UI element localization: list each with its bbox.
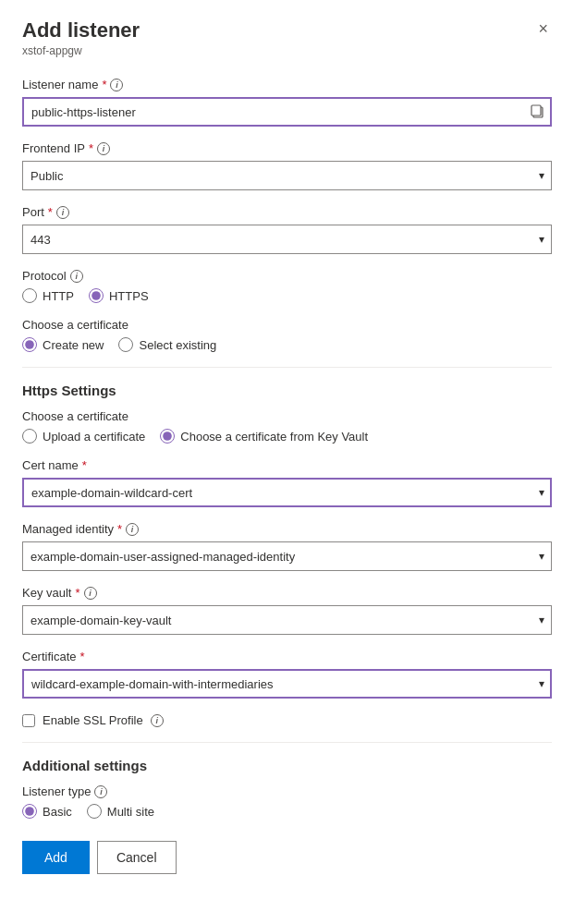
- managed-identity-info-icon[interactable]: i: [126, 523, 139, 536]
- keyvault-cert-label: Choose a certificate from Key Vault: [180, 430, 368, 444]
- managed-identity-select[interactable]: example-domain-user-assigned-managed-ide…: [22, 541, 552, 571]
- required-star-3: *: [48, 205, 53, 219]
- upload-cert-label: Upload a certificate: [43, 430, 145, 444]
- cert-choice-group: Choose a certificate Create new Select e…: [22, 318, 552, 352]
- protocol-label: Protocol i: [22, 269, 552, 283]
- keyvault-cert-option[interactable]: Choose a certificate from Key Vault: [160, 429, 368, 444]
- required-star-6: *: [75, 586, 79, 600]
- protocol-https-radio[interactable]: [89, 288, 104, 303]
- key-vault-group: Key vault * i example-domain-key-vault ▾: [22, 586, 552, 635]
- managed-identity-select-wrapper: example-domain-user-assigned-managed-ide…: [22, 541, 552, 571]
- protocol-http-label: HTTP: [43, 289, 74, 303]
- listener-type-radio-group: Basic Multi site: [22, 804, 552, 819]
- port-select-wrapper: 443 80 ▾: [22, 225, 552, 254]
- section-divider-2: [22, 742, 552, 743]
- port-group: Port * i 443 80 ▾: [22, 205, 552, 254]
- frontend-ip-select-wrapper: Public Private ▾: [22, 161, 552, 190]
- key-vault-label: Key vault * i: [22, 586, 552, 600]
- https-cert-source-label: Choose a certificate: [22, 409, 552, 423]
- ssl-profile-row: Enable SSL Profile i: [22, 713, 552, 727]
- certificate-select-wrapper: wildcard-example-domain-with-intermediar…: [22, 669, 552, 699]
- listener-name-label: Listener name * i: [22, 78, 552, 91]
- listener-type-basic-radio[interactable]: [22, 804, 37, 819]
- listener-type-multisite-label: Multi site: [107, 805, 154, 819]
- listener-type-basic-option[interactable]: Basic: [22, 804, 72, 819]
- port-label: Port * i: [22, 205, 552, 219]
- header-text: Add listener xstof-appgw: [22, 18, 140, 74]
- protocol-https-label: HTTPS: [109, 289, 149, 303]
- listener-type-label: Listener type i: [22, 784, 552, 798]
- cert-select-existing-radio[interactable]: [118, 337, 133, 352]
- listener-name-input[interactable]: [22, 97, 552, 127]
- ssl-profile-info-icon[interactable]: i: [151, 714, 164, 727]
- keyvault-cert-radio[interactable]: [160, 429, 175, 444]
- panel-header: Add listener xstof-appgw ×: [22, 18, 552, 74]
- required-star-2: *: [89, 141, 93, 155]
- key-vault-select[interactable]: example-domain-key-vault: [22, 605, 552, 635]
- cert-choice-label: Choose a certificate: [22, 318, 552, 332]
- https-cert-source-group: Choose a certificate Upload a certificat…: [22, 409, 552, 444]
- managed-identity-group: Managed identity * i example-domain-user…: [22, 522, 552, 571]
- footer-actions: Add Cancel: [22, 841, 552, 874]
- listener-name-copy-icon[interactable]: [530, 103, 546, 120]
- listener-type-basic-label: Basic: [43, 805, 72, 819]
- protocol-group: Protocol i HTTP HTTPS: [22, 269, 552, 303]
- listener-type-group: Listener type i Basic Multi site: [22, 784, 552, 819]
- certificate-label: Certificate *: [22, 650, 552, 663]
- required-star-4: *: [82, 458, 87, 472]
- protocol-http-option[interactable]: HTTP: [22, 288, 74, 303]
- cert-name-select[interactable]: example-domain-wildcard-cert: [22, 478, 552, 507]
- frontend-ip-group: Frontend IP * i Public Private ▾: [22, 141, 552, 190]
- cert-choice-radio-group: Create new Select existing: [22, 337, 552, 352]
- protocol-info-icon[interactable]: i: [70, 270, 83, 283]
- frontend-ip-select[interactable]: Public Private: [22, 161, 552, 190]
- cert-create-new-label: Create new: [43, 338, 104, 352]
- add-button[interactable]: Add: [22, 841, 90, 874]
- required-star-5: *: [117, 522, 122, 536]
- listener-name-input-wrapper: [22, 97, 552, 127]
- panel-subtitle: xstof-appgw: [22, 44, 140, 57]
- frontend-ip-label: Frontend IP * i: [22, 141, 552, 155]
- cert-name-label: Cert name *: [22, 458, 552, 472]
- https-settings-heading: Https Settings: [22, 383, 552, 398]
- cert-name-select-wrapper: example-domain-wildcard-cert ▾: [22, 478, 552, 507]
- cert-select-existing-option[interactable]: Select existing: [118, 337, 216, 352]
- cancel-button[interactable]: Cancel: [97, 841, 177, 874]
- protocol-http-radio[interactable]: [22, 288, 37, 303]
- listener-name-group: Listener name * i: [22, 78, 552, 127]
- cert-create-new-radio[interactable]: [22, 337, 37, 352]
- upload-cert-radio[interactable]: [22, 429, 37, 444]
- additional-settings-heading: Additional settings: [22, 758, 552, 773]
- section-divider: [22, 367, 552, 368]
- ssl-profile-checkbox[interactable]: [22, 714, 35, 727]
- key-vault-info-icon[interactable]: i: [84, 587, 97, 600]
- protocol-https-option[interactable]: HTTPS: [89, 288, 149, 303]
- cert-name-group: Cert name * example-domain-wildcard-cert…: [22, 458, 552, 507]
- certificate-group: Certificate * wildcard-example-domain-wi…: [22, 650, 552, 699]
- upload-cert-option[interactable]: Upload a certificate: [22, 429, 145, 444]
- required-star: *: [102, 78, 106, 91]
- cert-create-new-option[interactable]: Create new: [22, 337, 104, 352]
- cert-select-existing-label: Select existing: [139, 338, 216, 352]
- ssl-profile-label: Enable SSL Profile: [43, 713, 143, 727]
- certificate-select[interactable]: wildcard-example-domain-with-intermediar…: [22, 669, 552, 699]
- protocol-radio-group: HTTP HTTPS: [22, 288, 552, 303]
- add-listener-panel: Add listener xstof-appgw × Listener name…: [0, 0, 574, 924]
- port-select[interactable]: 443 80: [22, 225, 552, 254]
- managed-identity-label: Managed identity * i: [22, 522, 552, 536]
- port-info-icon[interactable]: i: [56, 206, 69, 219]
- listener-type-multisite-radio[interactable]: [87, 804, 102, 819]
- frontend-ip-info-icon[interactable]: i: [97, 142, 110, 155]
- close-button[interactable]: ×: [534, 18, 552, 39]
- key-vault-select-wrapper: example-domain-key-vault ▾: [22, 605, 552, 635]
- required-star-7: *: [80, 650, 85, 663]
- listener-type-info-icon[interactable]: i: [94, 785, 107, 798]
- panel-title: Add listener: [22, 18, 140, 43]
- svg-rect-1: [531, 105, 541, 116]
- https-cert-source-radio-group: Upload a certificate Choose a certificat…: [22, 429, 552, 444]
- listener-type-multisite-option[interactable]: Multi site: [87, 804, 154, 819]
- listener-name-info-icon[interactable]: i: [110, 79, 123, 91]
